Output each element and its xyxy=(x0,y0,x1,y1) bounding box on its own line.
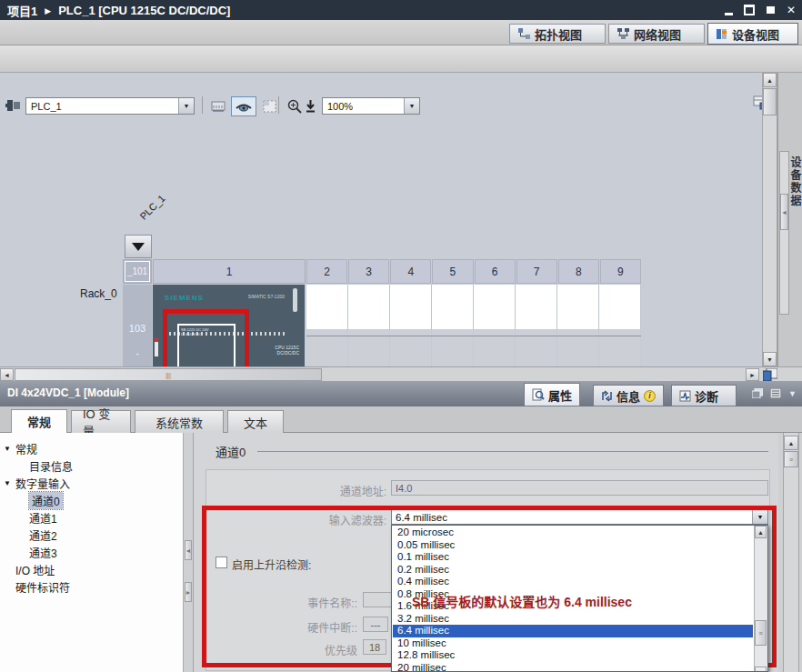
hscroll-thumb[interactable]: ||| xyxy=(15,368,322,381)
tree-item-digital-inputs[interactable]: ▼数字量输入 xyxy=(4,475,70,491)
empty-slot-grid[interactable] xyxy=(306,285,641,368)
device-data-tab-label[interactable]: 设备数据 xyxy=(787,156,802,207)
priority-label: 优先级 xyxy=(230,642,357,657)
collapse-right-icon[interactable]: ► xyxy=(185,582,192,602)
tree-item-channel3[interactable]: 通道3 xyxy=(29,544,57,560)
tree-item-io-addresses[interactable]: I/O 地址 xyxy=(15,561,55,577)
expander-icon[interactable]: ▼ xyxy=(4,445,15,453)
rack-label: Rack_0 xyxy=(80,287,117,300)
rack-collapse-button[interactable] xyxy=(125,235,152,258)
tab-diagnostics[interactable]: 诊断 xyxy=(671,385,737,406)
slot-header-1[interactable]: 1 xyxy=(153,259,306,284)
dropdown-option[interactable]: 3.2 millisec xyxy=(393,613,753,626)
collapse-left-icon[interactable]: ◄ xyxy=(185,540,192,560)
list-pane-icon[interactable] xyxy=(770,388,781,398)
content-vertical-scrollbar[interactable]: ▲ ≡ xyxy=(783,433,799,672)
dropdown-option[interactable]: 0.4 millisec xyxy=(393,576,753,588)
properties-subtab-bar: 常规 IO 变量 系统常数 文本 xyxy=(0,406,802,433)
scroll-left-icon[interactable]: ◄ xyxy=(0,368,14,381)
event-name-label: 事件名称:: xyxy=(230,595,357,610)
slot-corner-cell[interactable]: _101 xyxy=(123,259,152,284)
tree-item-channel2[interactable]: 通道2 xyxy=(29,527,57,543)
device-view-canvas[interactable]: PLC_1 _101 1 2 3 4 5 6 7 8 9 Rack_0 103 … xyxy=(0,73,802,368)
input-filter-arrow-icon[interactable]: ▼ xyxy=(752,510,767,524)
rising-edge-label: 启用上升沿检测: xyxy=(232,557,414,572)
close-button[interactable]: ✕ xyxy=(784,3,798,17)
scroll-down-icon[interactable]: ▼ xyxy=(763,352,777,366)
slot-header-7[interactable]: 7 xyxy=(516,259,557,284)
dropdown-option[interactable]: 10 millisec xyxy=(393,637,753,650)
device-view-icon xyxy=(717,28,727,40)
rack-address-strip: 103 - 101 xyxy=(123,285,152,368)
tab-properties[interactable]: 属性 xyxy=(524,383,580,406)
channel0-form: 通道0 通道地址: I4.0 输入滤波器: 6.4 millisec ▼ 启用上… xyxy=(194,433,778,672)
slot-header-9[interactable]: 9 xyxy=(600,259,641,284)
device-marker xyxy=(155,337,158,356)
slot-header-6[interactable]: 6 xyxy=(475,259,516,284)
dropdown-option[interactable]: 0.2 millisec xyxy=(393,564,753,577)
dropdown-option-selected[interactable]: 6.4 millisec xyxy=(393,625,753,637)
address-label-dash: - xyxy=(123,347,152,358)
canvas-vertical-scrollbar[interactable]: ▲ ▼ xyxy=(762,73,777,366)
dropdown-option[interactable]: 0.05 millisec xyxy=(393,539,753,552)
tab-info[interactable]: 信息 i xyxy=(593,385,664,406)
hw-interrupt-field: --- xyxy=(363,617,388,632)
tree-item-channel1[interactable]: 通道1 xyxy=(29,509,57,526)
scroll-up-icon[interactable]: ▲ xyxy=(755,526,767,538)
slot-header-5[interactable]: 5 xyxy=(432,259,473,284)
tab-device-view[interactable]: 设备视图 xyxy=(707,23,798,45)
signal-board-highlight xyxy=(163,309,249,368)
scroll-up-icon[interactable]: ▲ xyxy=(763,73,777,87)
scroll-up-icon[interactable]: ▲ xyxy=(784,436,798,450)
canvas-horizontal-scrollbar[interactable]: ◄ ||| ► xyxy=(0,366,802,381)
dropdown-scrollbar[interactable]: ▲ ≡ ▼ xyxy=(754,526,767,672)
float-pane-icon[interactable] xyxy=(752,388,763,398)
dropdown-option[interactable]: 12.8 millisec xyxy=(393,649,753,662)
device-data-side-panel[interactable]: ◄ 设备数据 xyxy=(777,73,802,366)
address-label-103: 103 xyxy=(123,323,152,334)
breadcrumb-device[interactable]: PLC_1 [CPU 1215C DC/DC/DC] xyxy=(58,4,230,17)
network-view-icon xyxy=(617,28,629,39)
dropdown-option[interactable]: 20 millisec xyxy=(393,662,753,672)
info-badge-icon: i xyxy=(644,390,656,402)
pane-layout-icon[interactable] xyxy=(763,368,777,381)
siemens-logo: SIEMENS xyxy=(165,294,204,302)
inspector-title: DI 4x24VDC_1 [Module] xyxy=(7,386,129,399)
dropdown-option[interactable]: 0.1 millisec xyxy=(393,551,753,564)
subtab-io-tags[interactable]: IO 变量 xyxy=(71,410,131,433)
tree-item-channel0[interactable]: 通道0 xyxy=(29,492,63,508)
scroll-down-icon[interactable]: ▼ xyxy=(755,667,767,672)
slot-header-4[interactable]: 4 xyxy=(390,259,431,284)
slot-header-3[interactable]: 3 xyxy=(348,259,389,284)
tree-splitter[interactable]: ◄ ► xyxy=(184,433,194,672)
breadcrumb-project[interactable]: 项目1 xyxy=(7,2,37,19)
restore-button[interactable] xyxy=(742,3,757,17)
triangle-down-icon xyxy=(132,243,145,251)
input-filter-label: 输入滤波器: xyxy=(248,512,386,527)
channel-address-field: I4.0 xyxy=(391,480,768,496)
expander-icon[interactable]: ▼ xyxy=(4,479,15,487)
tab-topology-view[interactable]: 拓扑视图 xyxy=(509,24,606,44)
input-filter-select[interactable]: 6.4 millisec ▼ xyxy=(391,509,768,525)
hw-interrupt-label: 硬件中断:: xyxy=(230,619,357,635)
collapse-panel-icon[interactable]: ▼ xyxy=(788,389,797,398)
cpu-type-label: CPU 1215C DC/DC/DC xyxy=(275,345,299,356)
tree-item-catalog-info[interactable]: 目录信息 xyxy=(29,457,73,474)
subtab-texts[interactable]: 文本 xyxy=(227,410,284,433)
slot-header-8[interactable]: 8 xyxy=(558,259,599,284)
slot-header-2[interactable]: 2 xyxy=(306,259,347,284)
subtab-general[interactable]: 常规 xyxy=(11,409,67,433)
breadcrumb-arrow-icon: ▶ xyxy=(45,6,51,15)
priority-field: 18 xyxy=(363,639,386,655)
tree-item-general[interactable]: ▼常规 xyxy=(4,440,37,456)
dropdown-option[interactable]: 20 microsec xyxy=(393,527,753,539)
maximize-button[interactable] xyxy=(763,3,777,17)
cpu-module-graphic[interactable]: SIEMENS SIMATIC S7-1200 CPU 1215C DC/DC/… xyxy=(153,285,305,368)
tab-network-view[interactable]: 网络视图 xyxy=(608,24,705,44)
properties-nav-tree: ▼常规 目录信息 ▼数字量输入 通道0 通道1 通道2 通道3 I/O 地址 硬… xyxy=(0,433,184,672)
minimize-button[interactable] xyxy=(721,3,736,17)
scroll-right-icon[interactable]: ► xyxy=(746,368,759,381)
subtab-system-constants[interactable]: 系统常数 xyxy=(135,410,224,433)
tree-item-hardware-id[interactable]: 硬件标识符 xyxy=(15,578,70,595)
rising-edge-checkbox[interactable] xyxy=(216,557,227,568)
